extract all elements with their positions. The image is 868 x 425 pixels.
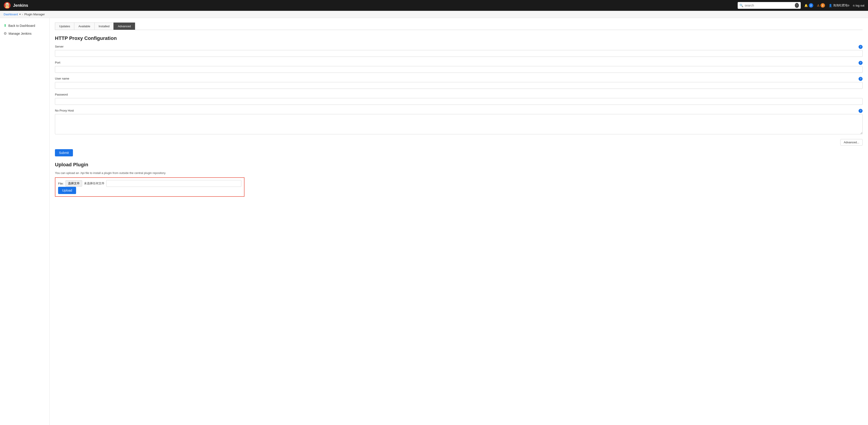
port-help-icon[interactable]: ? [859, 61, 863, 65]
navbar-left: Jenkins [4, 2, 28, 9]
svg-rect-5 [5, 6, 9, 8]
noproxy-help-icon[interactable]: ? [859, 109, 863, 113]
warning-count: 2 [820, 3, 825, 8]
noproxy-textarea[interactable] [55, 114, 863, 134]
breadcrumb-separator: › [22, 12, 23, 16]
logout-icon: ⎋ [853, 4, 855, 7]
port-label: Port [55, 61, 60, 64]
user-icon: 👤 [829, 4, 832, 7]
file-label: File: [58, 182, 64, 185]
advanced-button[interactable]: Advanced... [840, 139, 863, 146]
breadcrumb-dashboard[interactable]: Dashboard [4, 12, 18, 16]
sidebar-item-label: Back to Dashboard [8, 24, 35, 28]
navbar-right: 🔍 ? 🔔 2 ⚠ 2 👤 泡泡吐肥皂o ⎋ log out [738, 2, 864, 9]
bell-badge: 2 [809, 3, 813, 8]
search-icon: 🔍 [740, 4, 743, 7]
arrow-up-icon: ⬆ [4, 23, 6, 28]
logout-label: log out [856, 4, 864, 7]
app-title: Jenkins [13, 3, 28, 8]
svg-point-4 [8, 4, 8, 5]
username-input[interactable] [55, 82, 863, 89]
tab-updates[interactable]: Updates [55, 23, 74, 30]
file-path-display [106, 180, 241, 187]
breadcrumb: Dashboard ▾ › Plugin Manager [0, 11, 868, 18]
notifications-bell[interactable]: 🔔 2 [804, 3, 813, 8]
navbar: Jenkins 🔍 ? 🔔 2 ⚠ 2 👤 泡泡吐肥皂o ⎋ log out [0, 0, 868, 11]
bell-icon: 🔔 [804, 4, 808, 7]
warning-icon: ⚠ [817, 4, 819, 7]
username-field-row: User name ? [55, 77, 863, 81]
server-input[interactable] [55, 50, 863, 57]
upload-plugin-section: Upload Plugin You can upload an .hpi fil… [55, 162, 863, 197]
http-proxy-section: HTTP Proxy Configuration Server ? Port ? [55, 35, 863, 157]
sidebar: ⬆ Back to Dashboard ⚙ Manage Jenkins [0, 18, 50, 425]
no-file-selected-label: 未选择任何文件 [84, 181, 104, 186]
file-input-row: File: 选择文件 未选择任何文件 [58, 180, 241, 187]
password-input[interactable] [55, 98, 863, 105]
tab-available[interactable]: Available [74, 23, 95, 30]
username-help-icon[interactable]: ? [859, 77, 863, 81]
file-upload-highlighted: File: 选择文件 未选择任何文件 Upload [55, 177, 245, 197]
upload-button[interactable]: Upload [58, 187, 76, 194]
upload-section-title: Upload Plugin [55, 162, 863, 168]
submit-button[interactable]: Submit [55, 149, 73, 157]
server-label: Server [55, 45, 63, 48]
port-field-row: Port ? [55, 61, 863, 65]
noproxy-field: No Proxy Host ? [55, 109, 863, 135]
password-label: Password [55, 93, 68, 96]
username-field: User name ? [55, 77, 863, 89]
jenkins-logo [4, 2, 11, 9]
search-help-icon[interactable]: ? [795, 3, 799, 8]
tab-installed[interactable]: Installed [94, 23, 114, 30]
server-help-icon[interactable]: ? [859, 45, 863, 49]
warnings-badge[interactable]: ⚠ 2 [817, 3, 825, 8]
port-input[interactable] [55, 66, 863, 73]
plugin-manager-tabs: Updates Available Installed Advanced [55, 23, 863, 30]
breadcrumb-dropdown-icon[interactable]: ▾ [19, 13, 21, 16]
noproxy-label: No Proxy Host [55, 109, 74, 112]
main-content: Updates Available Installed Advanced HTT… [50, 18, 868, 425]
sidebar-item-label: Manage Jenkins [8, 32, 32, 35]
breadcrumb-current: Plugin Manager [24, 12, 45, 16]
username-label: 泡泡吐肥皂o [833, 3, 849, 7]
main-layout: ⬆ Back to Dashboard ⚙ Manage Jenkins Upd… [0, 18, 868, 425]
advanced-button-row: Advanced... [55, 139, 863, 146]
sidebar-item-back-to-dashboard[interactable]: ⬆ Back to Dashboard [0, 22, 49, 30]
svg-point-3 [6, 4, 7, 5]
search-input[interactable] [745, 4, 794, 7]
port-field: Port ? [55, 61, 863, 73]
logout-button[interactable]: ⎋ log out [853, 4, 864, 7]
noproxy-field-row: No Proxy Host ? [55, 109, 863, 113]
proxy-section-title: HTTP Proxy Configuration [55, 35, 863, 41]
server-field-row: Server ? [55, 45, 863, 49]
user-info[interactable]: 👤 泡泡吐肥皂o [829, 3, 849, 7]
password-field: Password [55, 93, 863, 105]
submit-row: Submit [55, 149, 863, 157]
server-field: Server ? [55, 45, 863, 57]
username-label: User name [55, 77, 69, 80]
password-field-row: Password [55, 93, 863, 97]
choose-file-button[interactable]: 选择文件 [65, 180, 82, 187]
gear-icon: ⚙ [4, 31, 7, 36]
tab-advanced[interactable]: Advanced [114, 23, 135, 30]
search-container: 🔍 ? [738, 2, 801, 9]
sidebar-item-manage-jenkins[interactable]: ⚙ Manage Jenkins [0, 30, 49, 37]
upload-description: You can upload an .hpi file to install a… [55, 171, 863, 175]
